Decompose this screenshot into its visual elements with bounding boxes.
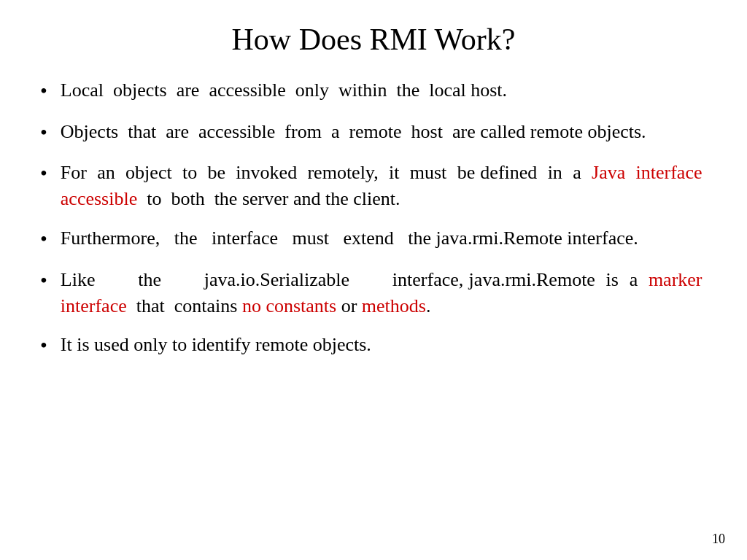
bullet-item-2: • Objects that are accessible from a rem… [40, 119, 707, 147]
bullet-text-6: It is used only to identify remote objec… [61, 332, 707, 358]
bullet-dot-3: • [40, 160, 47, 188]
bullet-item-6: • It is used only to identify remote obj… [40, 332, 707, 360]
page-number: 10 [712, 532, 725, 547]
bullet-dot-6: • [40, 332, 47, 360]
slide-title: How Does RMI Work? [40, 22, 707, 57]
highlight-java-interface: Java interface accessible [61, 162, 707, 209]
bullet-dot-2: • [40, 119, 47, 147]
bullet-item-1: • Local objects are accessible only with… [40, 77, 707, 106]
bullet-item-5: • Like the java.io.Serializable interfac… [40, 267, 707, 319]
highlight-no-constants: no constants [242, 295, 336, 316]
bullet-dot-1: • [40, 77, 47, 106]
bullet-item-4: • Furthermore, the interface must extend… [40, 225, 707, 254]
bullet-item-3: • For an object to be invoked remotely, … [40, 160, 707, 212]
bullet-dot-5: • [40, 267, 47, 295]
bullet-text-4: Furthermore, the interface must extend t… [61, 225, 707, 252]
bullet-list: • Local objects are accessible only with… [40, 77, 707, 360]
bullet-text-5: Like the java.io.Serializable interface,… [61, 267, 707, 319]
bullet-text-3: For an object to be invoked remotely, it… [61, 160, 707, 212]
highlight-methods: methods [362, 295, 426, 316]
bullet-text-2: Objects that are accessible from a remot… [61, 119, 707, 145]
bullet-dot-4: • [40, 225, 47, 254]
bullet-text-1: Local objects are accessible only within… [61, 77, 707, 104]
slide: How Does RMI Work? • Local objects are a… [0, 0, 747, 560]
